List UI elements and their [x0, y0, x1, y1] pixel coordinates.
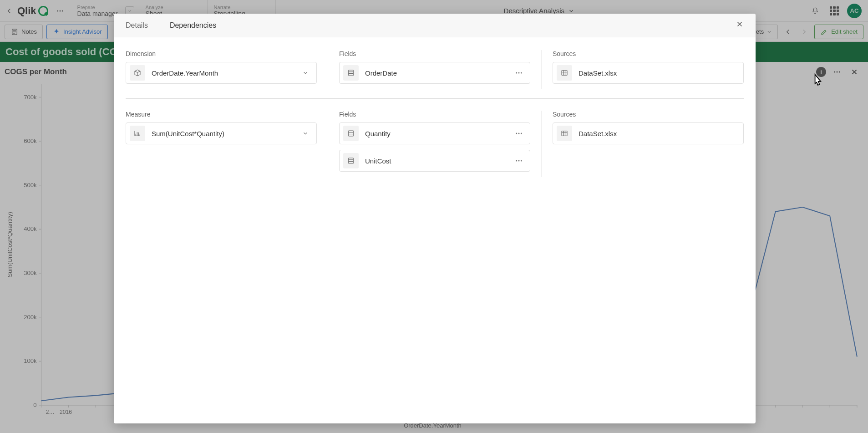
label-fields: Fields	[339, 111, 530, 118]
field-card-quantity[interactable]: Quantity	[339, 122, 530, 144]
label-sources: Sources	[553, 50, 744, 57]
label-fields: Fields	[339, 50, 530, 57]
label-dimension: Dimension	[126, 50, 317, 57]
tab-details[interactable]: Details	[126, 14, 159, 37]
svg-point-63	[518, 72, 520, 74]
measure-text: Sum(UnitCost*Quantity)	[152, 130, 294, 138]
divider	[126, 98, 744, 99]
svg-point-69	[521, 133, 522, 134]
svg-point-68	[518, 133, 520, 134]
chevron-down-icon[interactable]	[301, 130, 310, 137]
label-sources: Sources	[553, 111, 744, 118]
field-icon	[343, 153, 359, 168]
field-card-unitcost[interactable]: UnitCost	[339, 150, 530, 172]
svg-rect-70	[349, 158, 354, 163]
field-icon	[343, 65, 359, 81]
field-text: Quantity	[365, 130, 508, 138]
source-card-1[interactable]: DataSet.xlsx	[553, 62, 744, 84]
tab-dependencies[interactable]: Dependencies	[159, 14, 227, 37]
modal-body: Dimension OrderDate.YearMonth Fields Ord…	[114, 37, 756, 190]
svg-point-62	[516, 72, 517, 74]
measure-icon	[130, 126, 145, 141]
svg-rect-61	[349, 70, 354, 76]
svg-point-73	[521, 160, 522, 162]
svg-rect-66	[349, 131, 354, 136]
svg-point-71	[516, 160, 517, 162]
field-card-orderdate[interactable]: OrderDate	[339, 62, 530, 84]
svg-rect-74	[562, 131, 567, 136]
field-icon	[343, 126, 359, 141]
dimension-card[interactable]: OrderDate.YearMonth	[126, 62, 317, 84]
more-icon[interactable]	[514, 129, 523, 138]
svg-rect-65	[562, 71, 567, 76]
datasource-icon	[557, 126, 572, 141]
field-text: UnitCost	[365, 157, 508, 165]
datasource-icon	[557, 65, 572, 81]
svg-point-72	[518, 160, 520, 162]
field-text: OrderDate	[365, 69, 508, 77]
svg-point-64	[521, 72, 522, 74]
modal-close-button[interactable]	[736, 20, 744, 31]
dimension-text: OrderDate.YearMonth	[152, 69, 294, 77]
source-text: DataSet.xlsx	[579, 69, 737, 77]
chevron-down-icon[interactable]	[301, 70, 310, 76]
dependencies-modal: Details Dependencies Dimension OrderDate…	[114, 14, 756, 423]
source-card-2[interactable]: DataSet.xlsx	[553, 122, 744, 144]
source-text: DataSet.xlsx	[579, 130, 737, 138]
svg-point-67	[516, 133, 517, 134]
more-icon[interactable]	[514, 69, 523, 77]
label-measure: Measure	[126, 111, 317, 118]
cube-icon	[130, 65, 145, 81]
more-icon[interactable]	[514, 157, 523, 165]
measure-card[interactable]: Sum(UnitCost*Quantity)	[126, 122, 317, 144]
modal-tabs: Details Dependencies	[114, 14, 756, 37]
close-icon	[736, 20, 744, 28]
